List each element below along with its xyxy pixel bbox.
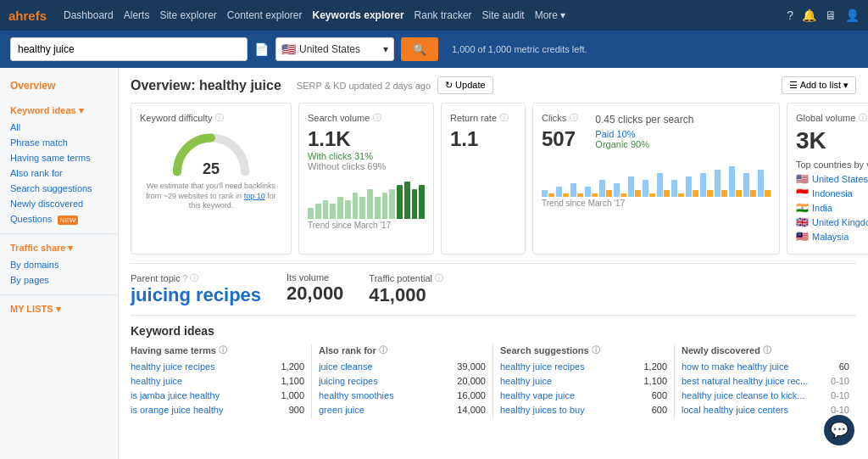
top-nav: ahrefs Dashboard Alerts Site explorer Co… (0, 0, 868, 31)
add-to-list-button[interactable]: ☰ Add to list ▾ (782, 76, 856, 94)
country-name[interactable]: Malaysia (812, 232, 868, 242)
help-icon[interactable]: ? (787, 8, 793, 22)
nav-content-explorer[interactable]: Content explorer (227, 9, 303, 21)
ki-keyword-volume: 600 (652, 390, 667, 400)
clicks-label: Clicks (542, 113, 566, 123)
ki-keyword-link[interactable]: healthy juice cleanse to kick... (682, 390, 805, 400)
nav-rank-tracker[interactable]: Rank tracker (415, 9, 472, 21)
top10-link[interactable]: top 10 (244, 192, 265, 200)
flag-icon: 🇺🇸 (281, 42, 296, 56)
parent-info-icon[interactable]: ? (183, 274, 188, 283)
overview-header: Overview: healthy juice SERP & KD update… (131, 76, 856, 94)
country-name[interactable]: United States (812, 174, 868, 184)
organic-label: Organic 90% (595, 139, 693, 149)
global-info-icon[interactable]: ⓘ (859, 112, 867, 124)
nav-site-audit[interactable]: Site audit (482, 9, 525, 21)
sidebar-item-all[interactable]: All (0, 120, 118, 135)
ki-keyword-link[interactable]: healthy juices to buy (500, 405, 585, 415)
monitor-icon[interactable]: 🖥 (825, 8, 837, 22)
ki-keyword-link[interactable]: healthy vape juice (500, 390, 575, 400)
clicks-info-icon[interactable]: ⓘ (570, 112, 578, 124)
traffic-potential-info-icon[interactable]: ⓘ (435, 272, 443, 284)
ki-grid: Having same terms ⓘ healthy juice recipe… (131, 344, 856, 419)
kd-label: Keyword difficulty (140, 113, 212, 123)
sidebar-traffic-share[interactable]: Traffic share ▾ (0, 239, 118, 257)
ki-col-header: Search suggestions ⓘ (500, 344, 667, 356)
rr-card: Return rate ⓘ 1.1 (441, 103, 526, 255)
sidebar-item-by-pages[interactable]: By pages (0, 272, 118, 288)
nav-site-explorer[interactable]: Site explorer (159, 9, 216, 21)
sidebar-keyword-ideas[interactable]: Keyword ideas ▾ (0, 102, 118, 120)
ki-keyword-volume: 60 (839, 361, 849, 372)
sidebar-my-lists[interactable]: MY LISTS ▾ (0, 300, 118, 318)
chat-button[interactable]: 💬 (824, 415, 854, 445)
parent-topic-value[interactable]: juicing recipes (131, 284, 261, 306)
nav-more[interactable]: More ▾ (535, 9, 566, 21)
search-button[interactable]: 🔍 (401, 37, 438, 61)
country-selector[interactable]: 🇺🇸 United States ▾ (275, 37, 394, 61)
sv-value: 1.1K (308, 127, 425, 151)
country-name[interactable]: India (812, 203, 868, 213)
ki-keyword-volume: 0-10 (831, 405, 849, 415)
kd-card: Keyword difficulty ⓘ 25 We estimate that… (131, 103, 292, 255)
parent-info2-icon[interactable]: ⓘ (190, 272, 198, 284)
rr-info-icon[interactable]: ⓘ (500, 112, 509, 124)
overview-title: Overview: healthy juice (131, 78, 281, 93)
ki-keyword-link[interactable]: healthy smoothies (319, 390, 394, 400)
sidebar-item-having-same-terms[interactable]: Having same terms (0, 150, 118, 165)
global-label: Global volume (796, 113, 855, 123)
search-input[interactable] (10, 37, 248, 61)
country-flag-icon: 🇬🇧 (796, 216, 809, 228)
ki-keyword-link[interactable]: green juice (319, 405, 364, 415)
ki-keyword-volume: 0-10 (831, 390, 849, 400)
sidebar-item-newly-discovered[interactable]: Newly discovered (0, 196, 118, 211)
sidebar-item-questions[interactable]: Questions NEW (0, 211, 118, 227)
ki-keyword-link[interactable]: is jamba juice healthy (131, 390, 220, 400)
ki-keyword-volume: 16,000 (457, 390, 486, 400)
ki-row: healthy juice recipes 1,200 (500, 361, 667, 372)
global-value: 3K (796, 127, 868, 154)
ki-row: healthy smoothies 16,000 (319, 390, 486, 400)
nav-dashboard[interactable]: Dashboard (64, 9, 114, 21)
ki-keyword-link[interactable]: healthy juice (131, 376, 182, 386)
ki-keyword-volume: 1,100 (281, 376, 304, 386)
ki-info-icon[interactable]: ⓘ (379, 344, 387, 356)
ki-info-icon[interactable]: ⓘ (219, 344, 227, 356)
ki-keyword-volume: 20,000 (457, 376, 486, 386)
sidebar-item-also-rank-for[interactable]: Also rank for (0, 165, 118, 181)
ki-row: healthy juice 1,100 (131, 376, 304, 386)
ki-keyword-link[interactable]: is orange juice healthy (131, 405, 223, 415)
country-row: 🇮🇳 India 200 7% (796, 202, 868, 214)
sidebar-item-search-suggestions[interactable]: Search suggestions (0, 181, 118, 196)
sv-info-icon[interactable]: ⓘ (373, 112, 381, 124)
ki-keyword-link[interactable]: juice cleanse (319, 361, 373, 372)
ki-info-icon[interactable]: ⓘ (592, 344, 600, 356)
sidebar-item-phrase-match[interactable]: Phrase match (0, 135, 118, 150)
sv-clicks-label: With clicks 31% (308, 151, 425, 161)
parent-topic-label: Parent topic (131, 273, 181, 283)
ki-keyword-link[interactable]: how to make healthy juice (682, 361, 789, 372)
ki-keyword-link[interactable]: best natural healthy juice rec... (682, 376, 808, 386)
ki-column-1: Also rank for ⓘ juice cleanse 39,000 jui… (312, 344, 493, 419)
ki-keyword-link[interactable]: local healthy juice centers (682, 405, 788, 415)
country-flag-icon: 🇮🇳 (796, 202, 809, 214)
nav-keywords-explorer[interactable]: Keywords explorer (313, 9, 404, 21)
nav-alerts[interactable]: Alerts (124, 9, 150, 21)
ki-keyword-link[interactable]: juicing recipes (319, 376, 378, 386)
kd-info-icon[interactable]: ⓘ (215, 112, 224, 124)
country-name[interactable]: Indonesia (812, 188, 868, 199)
sidebar-item-by-domains[interactable]: By domains (0, 257, 118, 272)
ki-keyword-volume: 39,000 (457, 361, 486, 372)
ki-keyword-link[interactable]: healthy juice (500, 376, 552, 386)
country-row: 🇺🇸 United States 1,100 40% (796, 173, 868, 185)
country-name[interactable]: United Kingdom (812, 217, 868, 227)
user-icon[interactable]: 👤 (845, 8, 860, 22)
sidebar-overview[interactable]: Overview (0, 76, 118, 95)
bell-icon[interactable]: 🔔 (802, 8, 816, 22)
update-button[interactable]: ↻ Update (437, 76, 493, 94)
ki-keyword-link[interactable]: healthy juice recipes (131, 361, 215, 372)
ki-keyword-link[interactable]: healthy juice recipes (500, 361, 585, 372)
country-row: 🇲🇾 Malaysia 150 5% (796, 231, 868, 243)
ki-info-icon[interactable]: ⓘ (763, 344, 771, 356)
paid-label: Paid 10% (595, 129, 693, 139)
